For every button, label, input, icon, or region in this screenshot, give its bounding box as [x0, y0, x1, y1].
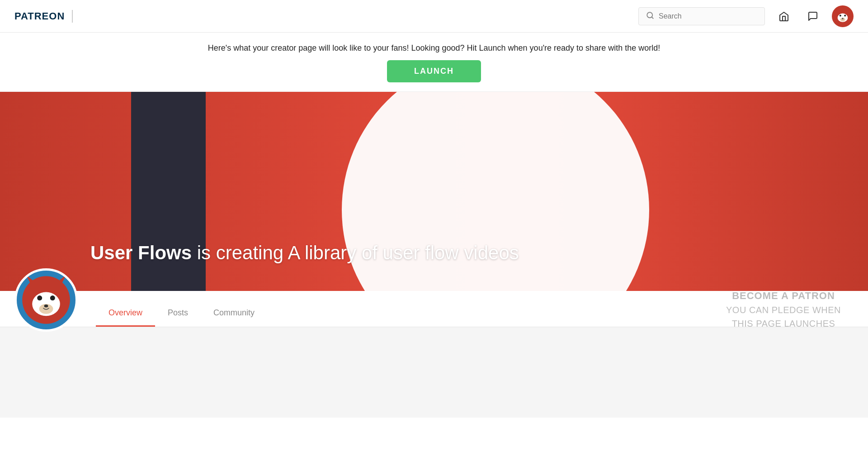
launch-button[interactable]: LAUNCH	[387, 60, 481, 82]
messages-icon	[807, 11, 818, 22]
patron-cta-line1: BECOME A PATRON	[726, 288, 841, 303]
svg-point-15	[37, 295, 42, 300]
tab-posts[interactable]: Posts	[155, 297, 201, 327]
hero-title-overlay: User Flows is creating A library of user…	[90, 242, 868, 264]
creator-tabs: Overview Posts Community	[96, 297, 267, 327]
user-avatar[interactable]	[832, 5, 854, 27]
patron-cta: BECOME A PATRON YOU CAN PLEDGE WHEN THIS…	[726, 288, 841, 330]
search-bar[interactable]	[638, 7, 765, 25]
launch-banner: Here's what your creator page will look …	[0, 33, 868, 92]
navbar-right	[638, 5, 854, 27]
search-icon	[646, 11, 654, 21]
messages-button[interactable]	[803, 6, 823, 26]
creator-nav-section: Overview Posts Community BECOME A PATRON…	[0, 291, 868, 327]
creator-title: User Flows is creating A library of user…	[90, 242, 868, 264]
search-input[interactable]	[659, 12, 757, 20]
tab-overview[interactable]: Overview	[96, 297, 155, 327]
navbar-divider	[72, 10, 73, 23]
creator-avatar-image	[21, 275, 71, 325]
navbar-left: PATREON	[14, 10, 80, 23]
navbar: PATREON	[0, 0, 868, 33]
svg-point-7	[840, 14, 841, 16]
patron-cta-line3: THIS PAGE LAUNCHES	[726, 316, 841, 330]
home-button[interactable]	[774, 6, 794, 26]
creator-name: User Flows	[90, 242, 192, 263]
hero-section: User Flows is creating A library of user…	[0, 92, 868, 291]
creator-avatar[interactable]	[14, 268, 78, 332]
home-icon	[778, 11, 789, 22]
patreon-logo[interactable]: PATREON	[14, 10, 65, 22]
main-content	[0, 327, 868, 418]
creator-tagline: is creating A library of user flow video…	[192, 242, 519, 263]
svg-line-1	[651, 17, 653, 18]
patron-cta-line2: YOU CAN PLEDGE WHEN	[726, 303, 841, 316]
launch-banner-text: Here's what your creator page will look …	[14, 43, 854, 53]
tab-community[interactable]: Community	[201, 297, 267, 327]
svg-point-17	[44, 305, 48, 308]
svg-point-16	[50, 295, 55, 300]
svg-point-8	[844, 14, 846, 16]
avatar-image	[834, 7, 852, 25]
svg-point-9	[842, 18, 843, 19]
